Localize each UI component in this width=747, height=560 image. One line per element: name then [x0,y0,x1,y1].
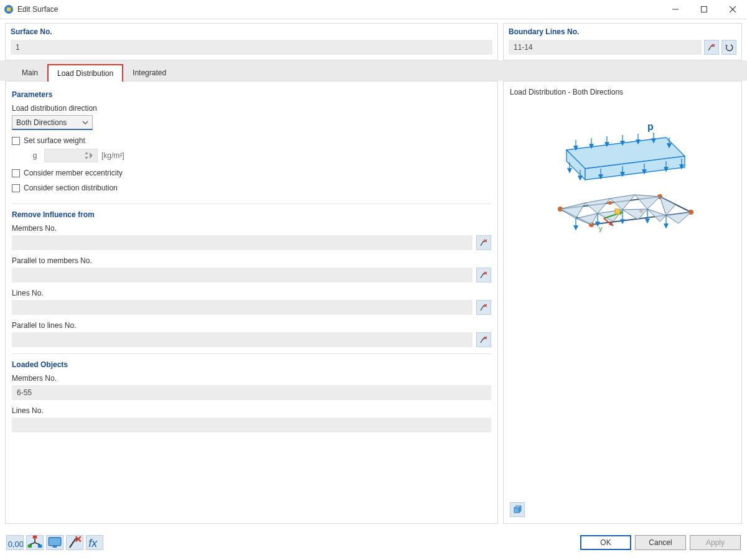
svg-marker-63 [560,203,585,218]
parameters-title: Parameters [12,90,491,99]
svg-line-96 [30,543,35,544]
svg-marker-9 [725,45,728,47]
direction-label: Load distribution direction [12,104,491,113]
boundary-lines-field[interactable]: 11-14 [509,40,702,55]
svg-marker-71 [647,209,666,222]
svg-rect-1 [7,7,11,11]
hierarchy-button[interactable] [26,535,44,550]
svg-rect-87 [615,209,620,214]
svg-marker-45 [578,176,582,180]
undo-button[interactable] [721,40,736,55]
remove-parallel-members-label: Parallel to members No. [12,256,491,265]
svg-rect-99 [53,546,57,548]
consider-member-ecc-checkbox[interactable] [12,169,20,177]
surface-no-panel: Surface No. 1 [5,23,498,60]
preview-illustration: p [504,119,741,256]
remove-parallel-lines-field[interactable] [12,332,472,347]
direction-select[interactable]: Both Directions [12,115,93,130]
loaded-lines-label: Lines No. [12,406,491,415]
footer: 0,00 fx OK Cancel Apply [0,529,747,556]
remove-lines-pick-button[interactable] [476,300,491,315]
minimize-button[interactable] [661,0,690,19]
remove-members-pick-button[interactable] [476,235,491,250]
cancel-button[interactable]: Cancel [635,535,686,550]
svg-marker-72 [666,212,691,223]
spinner-arrow-icon [90,152,93,159]
display-button[interactable] [46,535,63,550]
set-surface-weight-checkbox[interactable] [12,137,20,145]
apply-button[interactable]: Apply [690,535,741,550]
svg-marker-11 [85,157,88,159]
remove-members-label: Members No. [12,224,491,233]
preview-y-label: y [599,225,603,232]
consider-section-dist-label: Consider section distribution [24,184,118,192]
svg-marker-51 [642,170,646,174]
weight-unit: [kg/m²] [101,151,125,160]
close-button[interactable] [718,0,747,19]
svg-line-97 [35,543,40,544]
weight-symbol: g [29,151,40,160]
svg-marker-82 [664,224,668,228]
maximize-button[interactable] [690,0,718,19]
window-title: Edit Surface [17,5,661,14]
svg-rect-88 [514,508,519,513]
svg-marker-67 [660,197,675,215]
remove-parallel-lines-label: Parallel to lines No. [12,321,491,330]
surface-no-label: Surface No. [11,27,492,36]
svg-text:fx: fx [88,537,98,549]
view-3d-button[interactable] [510,502,525,517]
pick-clear-button[interactable] [704,40,719,55]
set-surface-weight-label: Set surface weight [24,136,85,145]
svg-marker-53 [664,167,668,171]
app-icon [4,4,14,14]
svg-marker-65 [610,195,635,210]
loaded-objects-title: Loaded Objects [12,360,491,369]
pick-node-button[interactable] [66,535,83,550]
svg-marker-10 [85,152,88,154]
svg-marker-12 [90,152,93,159]
tab-strip: Main Load Distribution Integrated [0,60,747,81]
remove-influence-title: Remove Influence from [12,210,491,219]
direction-value: Both Directions [16,118,67,127]
tab-main[interactable]: Main [12,63,47,81]
svg-rect-3 [702,7,707,12]
svg-marker-66 [635,195,660,209]
loaded-members-label: Members No. [12,374,491,383]
consider-member-ecc-label: Consider member eccentricity [24,169,123,177]
surface-no-field[interactable]: 1 [11,40,492,55]
remove-lines-label: Lines No. [12,289,491,297]
units-button[interactable]: 0,00 [6,535,24,550]
svg-marker-78 [621,220,624,223]
svg-point-61 [608,201,612,205]
svg-marker-74 [574,226,578,230]
chevron-down-icon [82,119,88,126]
svg-marker-64 [585,198,610,213]
svg-marker-80 [646,219,649,223]
remove-lines-field[interactable] [12,300,472,315]
svg-rect-94 [38,544,42,548]
function-button[interactable]: fx [86,535,103,550]
svg-rect-92 [33,536,37,539]
boundary-lines-label: Boundary Lines No. [509,27,736,36]
titlebar: Edit Surface [0,0,747,19]
svg-marker-43 [568,169,571,172]
preview-title: Load Distribution - Both Directions [510,88,735,96]
remove-parallel-lines-pick-button[interactable] [476,332,491,347]
svg-marker-68 [576,213,598,225]
consider-section-dist-checkbox[interactable] [12,184,20,192]
loaded-members-field[interactable]: 6-55 [12,385,491,400]
weight-spinner [44,149,98,162]
loaded-lines-field[interactable] [12,418,491,432]
svg-rect-98 [49,538,61,546]
tab-integrated[interactable]: Integrated [123,63,176,81]
remove-parallel-members-field[interactable] [12,268,472,282]
spinner-updown-icon [84,151,89,160]
preview-p-label: p [647,121,654,132]
remove-parallel-members-pick-button[interactable] [476,268,491,282]
svg-rect-93 [28,544,32,548]
ok-button[interactable]: OK [580,535,631,550]
tab-load-distribution[interactable]: Load Distribution [47,64,123,82]
remove-members-field[interactable] [12,235,472,250]
boundary-lines-panel: Boundary Lines No. 11-14 [503,23,742,60]
left-panel: Parameters Load distribution direction B… [5,81,498,524]
